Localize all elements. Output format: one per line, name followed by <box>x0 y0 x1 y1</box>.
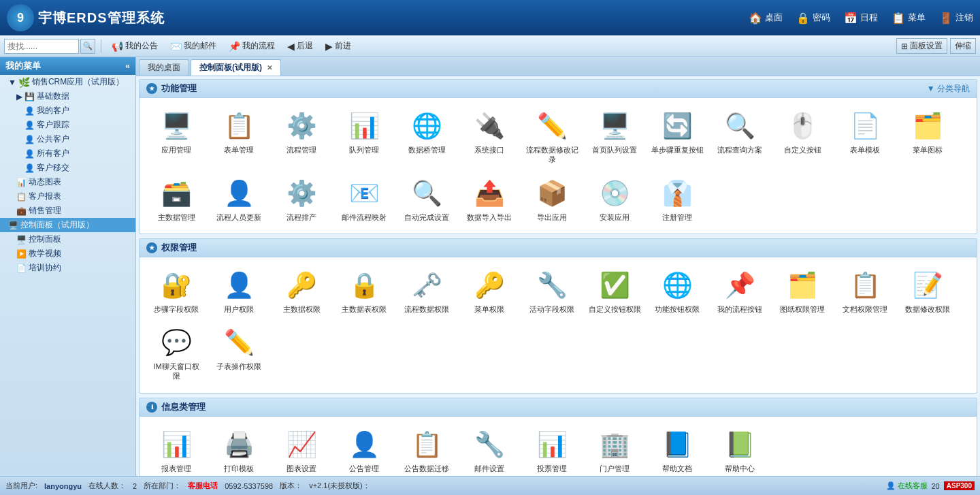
sidebar-item-customer-move[interactable]: 👤 客户移交 <box>0 161 135 175</box>
icon-item-custom-btn[interactable]: 🖱️ 自定义按钮 <box>772 105 832 170</box>
online-service[interactable]: 👤 在线客服 <box>886 481 928 491</box>
icon-item-user-perm[interactable]: 👤 用户权限 <box>209 264 269 319</box>
icon-item-blueprint-perm[interactable]: 🗂️ 图纸权限管理 <box>772 264 832 319</box>
icon-item-form-template[interactable]: 📄 表单模板 <box>835 105 895 170</box>
icon-item-flow-arrange[interactable]: ⚙️ 流程排产 <box>272 172 331 227</box>
icon-item-flow-data-edit[interactable]: ✏️ 流程数据修改记录 <box>522 105 582 170</box>
icon-item-install-app[interactable]: 💿 安装应用 <box>585 172 644 227</box>
icon-item-sub-table-perm[interactable]: ✏️ 子表操作权限 <box>209 321 269 386</box>
icon-item-flow-query-plan[interactable]: 🔍 流程查询方案 <box>710 105 770 170</box>
icon-item-data-edit-perm[interactable]: 📝 数据修改权限 <box>898 264 958 319</box>
toolbar-btn-back[interactable]: ◀ 后退 <box>282 38 318 54</box>
toolbar-btn-email[interactable]: ✉️ 我的邮件 <box>165 38 221 54</box>
sidebar-item-public-customer[interactable]: 👤 公共客户 <box>0 132 135 146</box>
icon-item-help-doc[interactable]: 📘 帮助文档 <box>647 424 707 476</box>
icon-item-custom-btn-perm[interactable]: ✅ 自定义按钮权限 <box>585 264 644 319</box>
icon-item-chart-settings[interactable]: 📈 图表设置 <box>272 424 331 476</box>
hotline-label: 客服电话 <box>188 481 218 491</box>
icon-item-my-flow-btn[interactable]: 📌 我的流程按钮 <box>710 264 770 319</box>
icon-item-portal-mgmt[interactable]: 🏢 门户管理 <box>585 424 644 476</box>
search-input[interactable] <box>4 39 79 54</box>
icon-label-flow-mgmt: 流程管理 <box>287 145 316 155</box>
icon-item-notice-data-migrate[interactable]: 📋 公告数据迁移 <box>397 424 457 476</box>
icon-item-homepage-col-settings[interactable]: 🖥️ 首页队列设置 <box>585 105 644 170</box>
icon-item-form-mgmt[interactable]: 📋 表单管理 <box>209 105 269 170</box>
icon-item-mail-flow-map[interactable]: 📧 邮件流程映射 <box>334 172 394 227</box>
icon-item-auto-complete-settings[interactable]: 🔍 自动完成设置 <box>397 172 457 227</box>
sidebar-item-control-panel-trial[interactable]: 🖥️ 控制面板（试用版） <box>0 218 135 232</box>
icon-label-user-perm: 用户权限 <box>224 304 254 314</box>
icon-item-flow-data-perm[interactable]: 🗝️ 流程数据权限 <box>397 264 457 319</box>
sidebar-item-training-contract[interactable]: 📄 培训协约 <box>0 261 135 275</box>
icon-item-step-field-perm[interactable]: 🔐 步骤字段权限 <box>146 264 206 319</box>
sidebar-item-dynamic-chart[interactable]: 📊 动态图表 <box>0 175 135 189</box>
tab-close-icon[interactable]: ✕ <box>267 64 272 71</box>
icon-img-menu-perm: 🔑 <box>473 269 506 302</box>
icon-item-data-bridge-mgmt[interactable]: 🌐 数据桥管理 <box>397 105 457 170</box>
sidebar-item-teaching-video[interactable]: ▶️ 教学视频 <box>0 246 135 261</box>
icon-item-flow-mgmt[interactable]: ⚙️ 流程管理 <box>272 105 331 170</box>
sidebar-item-control-panel[interactable]: 🖥️ 控制面板 <box>0 232 135 246</box>
icon-item-report-mgmt[interactable]: 📊 报表管理 <box>146 424 206 476</box>
sidebar-item-customer-report[interactable]: 📋 客户报表 <box>0 189 135 204</box>
icon-item-master-form-perm[interactable]: 🔒 主数据表权限 <box>334 264 394 319</box>
icon-item-master-data-mgmt[interactable]: 🗃️ 主数据管理 <box>146 172 206 227</box>
tab-desktop[interactable]: 我的桌面 <box>139 59 189 76</box>
email-icon: ✉️ <box>170 41 182 52</box>
toolbar-btn-announcement[interactable]: 📢 我的公告 <box>107 38 163 54</box>
icon-item-reg-mgmt[interactable]: 👔 注册管理 <box>647 172 707 227</box>
icon-item-queue-mgmt[interactable]: 📊 队列管理 <box>334 105 394 170</box>
icon-img-sys-interface: 🔌 <box>473 110 506 142</box>
icon-item-sys-interface[interactable]: 🔌 系统接口 <box>459 105 519 170</box>
nav-desktop[interactable]: 🏠 桌面 <box>749 12 783 25</box>
icon-item-export-app[interactable]: 📦 导出应用 <box>522 172 582 227</box>
icon-img-homepage-col-settings: 🖥️ <box>598 110 631 142</box>
icon-item-func-btn-perm[interactable]: 🌐 功能按钮权限 <box>647 264 707 319</box>
function-nav[interactable]: ▼ 分类导航 <box>927 83 970 95</box>
toolbar-btn-flow[interactable]: 📌 我的流程 <box>224 38 280 54</box>
icon-label-my-flow-btn: 我的流程按钮 <box>717 304 762 314</box>
announcement-label: 我的公告 <box>125 40 158 52</box>
nav-logout[interactable]: 🚪 注销 <box>939 12 973 25</box>
icon-item-notice-mgmt[interactable]: 👤 公告管理 <box>334 424 394 476</box>
icon-item-mail-settings[interactable]: 🔧 邮件设置 <box>459 424 519 476</box>
icon-item-menu-perm[interactable]: 🔑 菜单权限 <box>459 264 519 319</box>
icon-item-print-template[interactable]: 🖨️ 打印模板 <box>209 424 269 476</box>
icon-item-active-field-perm[interactable]: 🔧 活动字段权限 <box>522 264 582 319</box>
icon-item-app-mgmt[interactable]: 🖥️ 应用管理 <box>146 105 206 170</box>
sidebar-item-all-customer[interactable]: 👤 所有客户 <box>0 146 135 161</box>
nav-calendar[interactable]: 📅 日程 <box>844 12 878 25</box>
icon-label-queue-mgmt: 队列管理 <box>349 145 379 155</box>
icon-item-data-import-export[interactable]: 📤 数据导入导出 <box>459 172 519 227</box>
toolbar-btn-forward[interactable]: ▶ 前进 <box>321 38 356 54</box>
icon-item-vote-mgmt[interactable]: 📊 投票管理 <box>522 424 582 476</box>
icon-img-form-mgmt: 📋 <box>223 110 255 142</box>
panel-settings-button[interactable]: ⊞ 面板设置 <box>896 38 947 54</box>
icon-label-menu-perm: 菜单权限 <box>474 304 504 314</box>
icon-item-menu-icon[interactable]: 🗂️ 菜单图标 <box>898 105 958 170</box>
icon-item-flow-person-update[interactable]: 👤 流程人员更新 <box>209 172 269 227</box>
sidebar-toggle[interactable]: « <box>125 61 130 71</box>
search-button[interactable]: 🔍 <box>80 39 95 54</box>
sidebar-item-sales-mgmt[interactable]: 💼 销售管理 <box>0 204 135 218</box>
stretch-button[interactable]: 伸缩 <box>950 38 976 54</box>
sidebar-item-customer-track[interactable]: 👤 客户跟踪 <box>0 118 135 132</box>
icon-item-help-center[interactable]: 📗 帮助中心 <box>710 424 770 476</box>
nav-menu[interactable]: 📋 菜单 <box>892 12 926 25</box>
icon-img-flow-mgmt: ⚙️ <box>285 110 318 142</box>
contract-icon: 📄 <box>16 264 27 273</box>
sales-mgmt-label: 销售管理 <box>29 205 61 217</box>
sidebar-item-basic[interactable]: ▶ 💾 基础数据 <box>0 89 135 103</box>
icon-item-master-data-perm[interactable]: 🔑 主数据权限 <box>272 264 331 319</box>
icon-item-doc-perm[interactable]: 📋 文档权限管理 <box>835 264 895 319</box>
icon-label-app-mgmt: 应用管理 <box>161 145 191 155</box>
icon-img-sub-table-perm: ✏️ <box>223 326 255 359</box>
sidebar-item-crm[interactable]: ▼ 🌿 销售CRM应用（试用版） <box>0 75 135 89</box>
tab-control-panel[interactable]: 控制面板(试用版) ✕ <box>191 59 281 76</box>
icon-item-im-window-perm[interactable]: 💬 IM聊天窗口权限 <box>146 321 206 386</box>
sidebar-item-my-customer[interactable]: 👤 我的客户 <box>0 103 135 118</box>
nav-password[interactable]: 🔒 密码 <box>796 12 830 25</box>
icon-item-step-repeat-btn[interactable]: 🔄 单步骤重复按钮 <box>647 105 707 170</box>
permission-title-label: 权限管理 <box>161 242 197 254</box>
customer-move-label: 客户移交 <box>37 162 69 174</box>
